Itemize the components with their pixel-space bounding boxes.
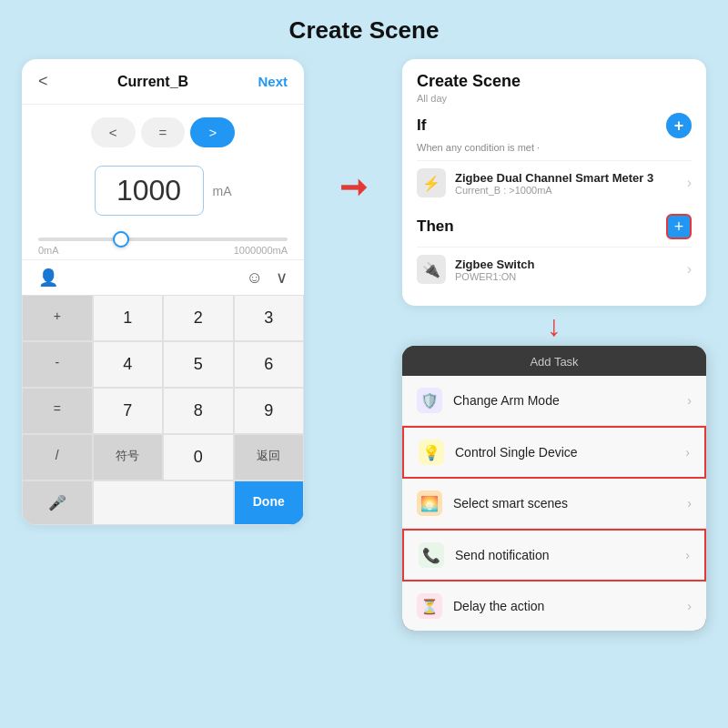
then-section: Then + 🔌 Zigbee Switch POWER1:ON ›: [417, 214, 692, 291]
greater-than-btn[interactable]: >: [190, 117, 235, 147]
send-notification-chevron: ›: [685, 548, 690, 562]
task-control-device-left: 💡 Control Single Device: [419, 440, 578, 465]
key-slash[interactable]: /: [22, 434, 93, 480]
delay-action-label: Delay the action: [453, 599, 544, 613]
control-device-label: Control Single Device: [455, 445, 578, 460]
keyboard-grid: + 1 2 3 - 4 5 6 = 7 8 9 / 符号 0 返回 🎤 Done: [22, 295, 304, 525]
if-section-row: If +: [417, 113, 692, 138]
add-task-card: Add Task 🛡️ Change Arm Mode › 💡 Control …: [402, 346, 706, 631]
create-scene-title: Create Scene: [417, 72, 692, 91]
send-notification-icon: 📞: [419, 542, 444, 568]
then-add-button[interactable]: +: [666, 214, 692, 239]
task-delay-action[interactable]: ⏳ Delay the action ›: [402, 581, 706, 631]
next-button[interactable]: Next: [258, 74, 288, 89]
toolbar-right: ☺ ∨: [247, 268, 288, 288]
task-control-device[interactable]: 💡 Control Single Device ›: [402, 426, 706, 479]
key-backspace[interactable]: 返回: [234, 434, 305, 480]
smart-scenes-label: Select smart scenes: [453, 496, 568, 511]
then-device-name: Zigbee Switch: [455, 258, 678, 271]
done-button[interactable]: Done: [234, 480, 305, 525]
value-box: 1000: [95, 166, 204, 216]
change-arm-chevron: ›: [687, 393, 692, 408]
if-label: If: [417, 116, 426, 135]
then-device-icon: 🔌: [417, 255, 446, 284]
key-mic[interactable]: 🎤: [22, 480, 93, 525]
less-than-btn[interactable]: <: [91, 117, 136, 147]
key-7[interactable]: 7: [93, 388, 164, 434]
emoji-icon[interactable]: ☺: [247, 268, 263, 288]
slider-area[interactable]: 0mA 1000000mA: [22, 221, 304, 259]
control-device-icon: 💡: [419, 440, 444, 465]
key-3[interactable]: 3: [234, 295, 305, 341]
condition-row: < = >: [22, 105, 304, 157]
contact-icon: 👤: [38, 268, 58, 288]
then-device-info: Zigbee Switch POWER1:ON: [455, 258, 678, 282]
if-device-sub: Current_B : >1000mA: [455, 185, 678, 196]
keyboard-toolbar: 👤 ☺ ∨: [22, 259, 304, 295]
smart-scenes-icon: 🌅: [417, 490, 442, 516]
then-label: Then: [417, 217, 454, 236]
task-send-notification-left: 📞 Send notification: [419, 542, 550, 568]
delay-action-icon: ⏳: [417, 593, 442, 619]
page-title: Create Scene: [0, 0, 728, 45]
value-display-row: 1000 mA: [22, 157, 304, 221]
unit-label: mA: [213, 184, 232, 198]
key-4[interactable]: 4: [93, 341, 164, 388]
change-arm-icon: 🛡️: [417, 388, 442, 413]
key-2[interactable]: 2: [163, 295, 234, 341]
if-device-chevron: ›: [687, 175, 692, 191]
slider-track: [38, 238, 288, 241]
left-header: < Current_B Next: [22, 59, 304, 105]
key-equals[interactable]: =: [22, 388, 93, 434]
change-arm-label: Change Arm Mode: [453, 393, 560, 408]
key-symbol[interactable]: 符号: [93, 434, 164, 480]
task-smart-scenes-left: 🌅 Select smart scenes: [417, 490, 568, 516]
key-6[interactable]: 6: [234, 341, 305, 388]
key-8[interactable]: 8: [163, 388, 234, 434]
then-section-row: Then +: [417, 214, 692, 239]
then-device-chevron: ›: [687, 261, 692, 278]
left-panel-title: Current_B: [117, 74, 188, 90]
task-change-arm-left: 🛡️ Change Arm Mode: [417, 388, 560, 413]
then-device-row[interactable]: 🔌 Zigbee Switch POWER1:ON ›: [417, 247, 692, 291]
arrow-right-container: ➞: [326, 59, 380, 207]
condition-description: When any condition is met ·: [417, 142, 692, 153]
if-device-row[interactable]: ⚡ Zigbee Dual Channel Smart Meter 3 Curr…: [417, 160, 692, 205]
if-device-icon: ⚡: [417, 168, 446, 197]
if-device-name: Zigbee Dual Channel Smart Meter 3: [455, 171, 678, 185]
arrow-right-icon: ➞: [339, 168, 367, 207]
task-smart-scenes[interactable]: 🌅 Select smart scenes ›: [402, 479, 706, 529]
arrow-down-container: ↓: [402, 311, 706, 340]
then-device-sub: POWER1:ON: [455, 271, 678, 282]
key-1[interactable]: 1: [93, 295, 164, 341]
equals-btn[interactable]: =: [141, 117, 186, 147]
key-minus[interactable]: -: [22, 341, 93, 388]
key-space[interactable]: [93, 480, 234, 525]
create-scene-card: Create Scene All day If + When any condi…: [402, 59, 706, 306]
if-device-info: Zigbee Dual Channel Smart Meter 3 Curren…: [455, 171, 678, 196]
smart-scenes-chevron: ›: [687, 496, 692, 511]
slider-min-label: 0mA: [38, 245, 59, 256]
task-delay-action-left: ⏳ Delay the action: [417, 593, 544, 619]
send-notification-label: Send notification: [455, 548, 550, 562]
task-send-notification[interactable]: 📞 Send notification ›: [402, 529, 706, 581]
key-9[interactable]: 9: [234, 388, 305, 434]
key-plus[interactable]: +: [22, 295, 93, 341]
chevron-down-icon[interactable]: ∨: [276, 268, 288, 288]
delay-action-chevron: ›: [687, 599, 692, 613]
create-scene-subtitle: All day: [417, 93, 692, 104]
task-change-arm[interactable]: 🛡️ Change Arm Mode ›: [402, 376, 706, 426]
slider-labels: 0mA 1000000mA: [38, 245, 288, 256]
back-button[interactable]: <: [38, 72, 48, 91]
right-column: Create Scene All day If + When any condi…: [402, 59, 706, 631]
if-add-button[interactable]: +: [666, 113, 692, 138]
add-task-header: Add Task: [402, 346, 706, 376]
control-device-chevron: ›: [685, 445, 690, 460]
key-5[interactable]: 5: [163, 341, 234, 388]
left-panel: < Current_B Next < = > 1000 mA 0mA 10000…: [22, 59, 304, 525]
arrow-down-icon: ↓: [547, 311, 561, 340]
key-0[interactable]: 0: [163, 434, 234, 480]
slider-max-label: 1000000mA: [234, 245, 288, 256]
